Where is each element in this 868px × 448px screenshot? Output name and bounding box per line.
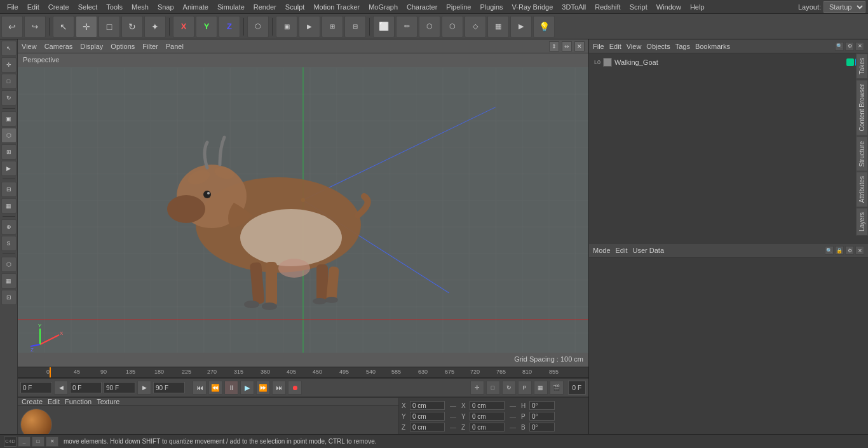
grid-button[interactable]: ▦ — [487, 16, 509, 37]
vp-menu-display[interactable]: Display — [80, 43, 103, 50]
y-pos-input[interactable] — [410, 412, 445, 421]
p-rot-input[interactable] — [529, 412, 555, 421]
record-button[interactable]: ⏺ — [288, 381, 302, 395]
attr-edit-menu[interactable]: Edit — [616, 247, 628, 254]
x-size-input[interactable] — [470, 401, 505, 410]
menu-item-pipeline[interactable]: Pipeline — [442, 2, 475, 12]
mat-function-menu[interactable]: Function — [65, 398, 92, 405]
tc-extra-5[interactable]: ▦ — [534, 381, 548, 395]
z-pos-input[interactable] — [410, 423, 445, 431]
redo-button[interactable]: ↪ — [24, 16, 46, 37]
attr-search-btn[interactable]: 🔍 — [825, 246, 834, 255]
menu-item-mograph[interactable]: MoGraph — [364, 2, 402, 12]
lt-b3-btn[interactable]: ⬡ — [1, 257, 17, 272]
pen-button[interactable]: ✏ — [396, 16, 417, 37]
layers-tab[interactable]: Layers — [856, 208, 868, 236]
current-frame-input[interactable] — [70, 382, 102, 393]
attr-gear-btn[interactable]: ⚙ — [845, 246, 854, 255]
move-button[interactable]: ✛ — [76, 16, 97, 37]
obj-green-dot[interactable] — [846, 58, 854, 66]
lt-b1-btn[interactable]: ⊕ — [1, 219, 17, 234]
obj-objects-menu[interactable]: Objects — [646, 43, 670, 50]
play-button[interactable]: ▶ — [240, 381, 254, 395]
lt-anim-btn[interactable]: ▶ — [1, 161, 17, 176]
light-button[interactable]: 💡 — [533, 16, 555, 37]
lt-b5-btn[interactable]: ⊡ — [1, 290, 17, 305]
obj-edit-menu[interactable]: Edit — [609, 43, 621, 50]
menu-item-help[interactable]: Help — [686, 2, 709, 12]
menu-item-plugins[interactable]: Plugins — [475, 2, 507, 12]
x-pos-input[interactable] — [410, 401, 445, 410]
render-button[interactable]: ▶ — [299, 16, 320, 37]
lt-move-btn[interactable]: ✛ — [1, 57, 17, 72]
attr-userdata-menu[interactable]: User Data — [633, 247, 665, 254]
lt-tex-btn[interactable]: ⊞ — [1, 144, 17, 160]
obj-bookmarks-menu[interactable]: Bookmarks — [695, 43, 730, 50]
attributes-tab[interactable]: Attributes — [856, 172, 868, 207]
camera-button[interactable]: ▶ — [510, 16, 532, 37]
menu-item-vray[interactable]: V-Ray Bridge — [508, 2, 558, 12]
vp-menu-options[interactable]: Options — [111, 43, 135, 50]
transform-button[interactable]: ✦ — [144, 16, 166, 37]
vp-arrows-btn[interactable]: ⇕ — [549, 41, 559, 51]
mat-create-menu[interactable]: Create — [22, 398, 43, 405]
start-frame-input[interactable] — [20, 382, 52, 393]
menu-item-mesh[interactable]: Mesh — [127, 2, 153, 12]
lt-b4-btn[interactable]: ▦ — [1, 273, 17, 288]
menu-item-script[interactable]: Script — [625, 2, 652, 12]
attr-lock-btn[interactable]: 🔒 — [835, 246, 844, 255]
h-rot-input[interactable] — [529, 401, 555, 410]
vp-close-btn[interactable]: ✕ — [574, 41, 585, 51]
obj-gear-btn[interactable]: ⚙ — [845, 42, 854, 51]
go-prev-button[interactable]: ⏪ — [208, 381, 222, 395]
preview-end-input[interactable] — [153, 382, 185, 393]
tc-extra-4[interactable]: P — [518, 381, 532, 395]
layout-select[interactable]: Startup — [824, 1, 865, 13]
go-next-button[interactable]: ⏩ — [256, 381, 270, 395]
mat-texture-menu[interactable]: Texture — [97, 398, 119, 405]
tc-extra-2[interactable]: □ — [486, 381, 500, 395]
lt-select-btn[interactable]: ↖ — [1, 41, 17, 56]
content-browser-tab[interactable]: Content Browser — [856, 79, 868, 135]
tc-extra-1[interactable]: ✛ — [470, 381, 484, 395]
attr-mode-menu[interactable]: Mode — [593, 247, 611, 254]
select-mode-button[interactable]: ↖ — [53, 16, 74, 37]
menu-item-window[interactable]: Window — [652, 2, 686, 12]
obj-view-menu[interactable]: View — [627, 43, 642, 50]
viewport-canvas[interactable]: Perspective Grid Spacing : 100 cm — [18, 53, 588, 367]
vp-menu-panel[interactable]: Panel — [166, 43, 184, 50]
menu-item-character[interactable]: Character — [402, 2, 442, 12]
menu-item-snap[interactable]: Snap — [153, 2, 179, 12]
z-size-input[interactable] — [470, 423, 505, 431]
tc-arrow-right[interactable]: ▶ — [137, 381, 151, 395]
tc-arrow-left[interactable]: ◀ — [54, 381, 68, 395]
go-first-button[interactable]: ⏮ — [193, 381, 207, 395]
object-mode-button[interactable]: ⬡ — [247, 16, 269, 37]
menu-item-simulate[interactable]: Simulate — [213, 2, 249, 12]
y-axis-button[interactable]: Y — [196, 16, 217, 37]
obj-tags-menu[interactable]: Tags — [675, 43, 690, 50]
lt-grid-btn[interactable]: ▦ — [1, 198, 17, 214]
object-row-goat[interactable]: L0 Walking_Goat — [592, 56, 865, 69]
obj-close-btn[interactable]: ✕ — [855, 42, 864, 51]
menu-item-tools[interactable]: Tools — [102, 2, 127, 12]
attr-close-btn[interactable]: ✕ — [855, 246, 864, 255]
mat-edit-menu[interactable]: Edit — [48, 398, 60, 405]
vp-menu-filter[interactable]: Filter — [142, 43, 158, 50]
y-size-input[interactable] — [470, 412, 505, 421]
go-last-button[interactable]: ⏭ — [272, 381, 286, 395]
tc-extra-6[interactable]: 🎬 — [550, 381, 564, 395]
lt-snap-btn[interactable]: ⊟ — [1, 182, 17, 197]
view-cube-button[interactable]: ⬜ — [373, 16, 395, 37]
lt-b2-btn[interactable]: S — [1, 236, 17, 251]
menu-item-3dtoall[interactable]: 3DToAll — [557, 2, 590, 12]
obj-search-btn[interactable]: 🔍 — [835, 42, 844, 51]
undo-button[interactable]: ↩ — [1, 16, 23, 37]
status-minimize-btn[interactable]: _ — [18, 437, 31, 447]
obj-file-menu[interactable]: File — [593, 43, 604, 50]
structure-tab[interactable]: Structure — [856, 137, 868, 172]
vp-menu-view[interactable]: View — [22, 43, 37, 50]
spline-button[interactable]: ⬡ — [419, 16, 440, 37]
nurbs-button[interactable]: ⬡ — [442, 16, 463, 37]
vp-menu-cameras[interactable]: Cameras — [44, 43, 73, 50]
